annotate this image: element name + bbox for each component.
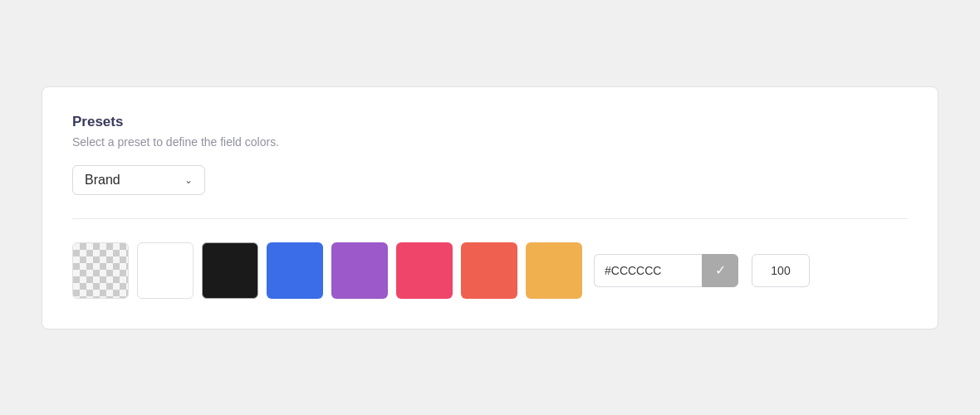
swatch-pink[interactable] — [396, 242, 453, 299]
confirm-color-button[interactable]: ✓ — [702, 254, 738, 287]
checkmark-icon: ✓ — [715, 262, 726, 278]
presets-title: Presets — [72, 114, 908, 130]
swatch-transparent[interactable] — [72, 242, 129, 299]
presets-card: Presets Select a preset to define the fi… — [42, 86, 938, 330]
swatch-purple[interactable] — [331, 242, 388, 299]
preset-dropdown[interactable]: Brand ⌄ — [72, 165, 205, 195]
hex-confirm-group: ✓ — [594, 254, 738, 287]
swatch-blue[interactable] — [267, 242, 323, 299]
section-divider — [72, 218, 908, 219]
swatch-black[interactable] — [202, 242, 258, 299]
swatch-white[interactable] — [137, 242, 194, 299]
chevron-down-icon: ⌄ — [184, 174, 193, 186]
color-swatch-row: ✓ — [72, 242, 908, 299]
swatch-coral[interactable] — [461, 242, 517, 299]
hex-color-input[interactable] — [594, 254, 702, 287]
presets-subtitle: Select a preset to define the field colo… — [72, 135, 908, 149]
swatch-orange[interactable] — [526, 242, 582, 299]
opacity-input[interactable] — [752, 254, 810, 287]
preset-dropdown-label: Brand — [85, 173, 176, 188]
